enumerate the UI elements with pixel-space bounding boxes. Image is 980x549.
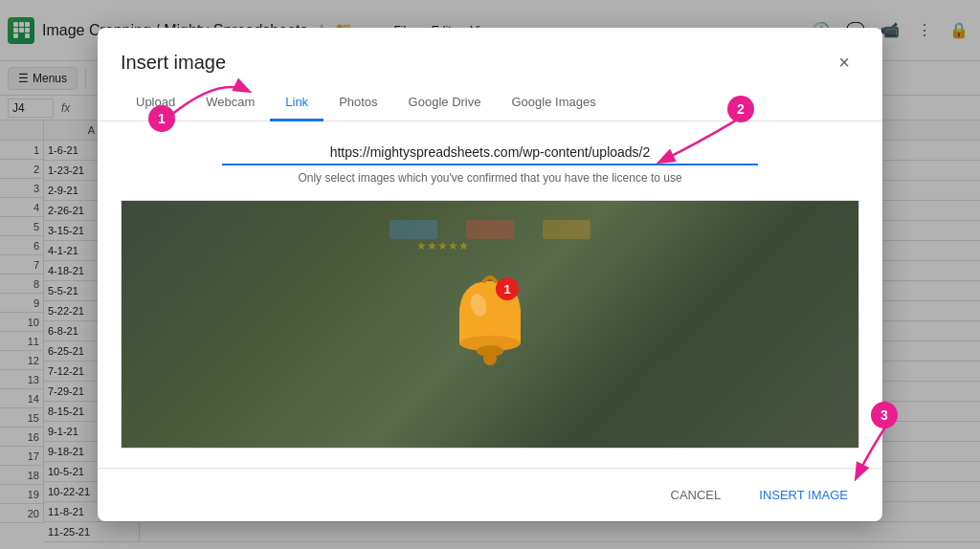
modal-tab-link[interactable]: Link: [270, 85, 323, 121]
modal-tab-upload[interactable]: Upload: [121, 85, 190, 121]
svg-point-3: [483, 352, 497, 365]
svg-text:1: 1: [503, 282, 510, 296]
insert-image-button[interactable]: INSERT IMAGE: [747, 480, 859, 510]
url-input-row: [121, 141, 859, 165]
modal-footer: CANCEL INSERT IMAGE: [98, 468, 882, 521]
bell-image: 1: [442, 272, 538, 377]
modal-close-button[interactable]: ×: [829, 47, 859, 77]
modal-tabs: UploadWebcamLinkPhotosGoogle DriveGoogle…: [98, 77, 882, 121]
modal-header: Insert image ×: [98, 28, 882, 77]
modal-overlay: Insert image × UploadWebcamLinkPhotosGoo…: [0, 0, 980, 549]
url-input[interactable]: [222, 141, 758, 165]
modal-title: Insert image: [121, 52, 226, 74]
bell-svg: 1: [442, 272, 538, 377]
modal-tab-webcam[interactable]: Webcam: [190, 85, 270, 121]
insert-image-modal: Insert image × UploadWebcamLinkPhotosGoo…: [98, 28, 882, 521]
modal-tab-google-drive[interactable]: Google Drive: [393, 85, 497, 121]
url-hint: Only select images which you've confirme…: [121, 171, 859, 185]
cancel-button[interactable]: CANCEL: [659, 480, 733, 510]
modal-tab-google-images[interactable]: Google Images: [496, 85, 611, 121]
image-preview: ★★★★★: [121, 200, 859, 449]
modal-tab-photos[interactable]: Photos: [323, 85, 392, 121]
modal-body: Only select images which you've confirme…: [98, 121, 882, 468]
